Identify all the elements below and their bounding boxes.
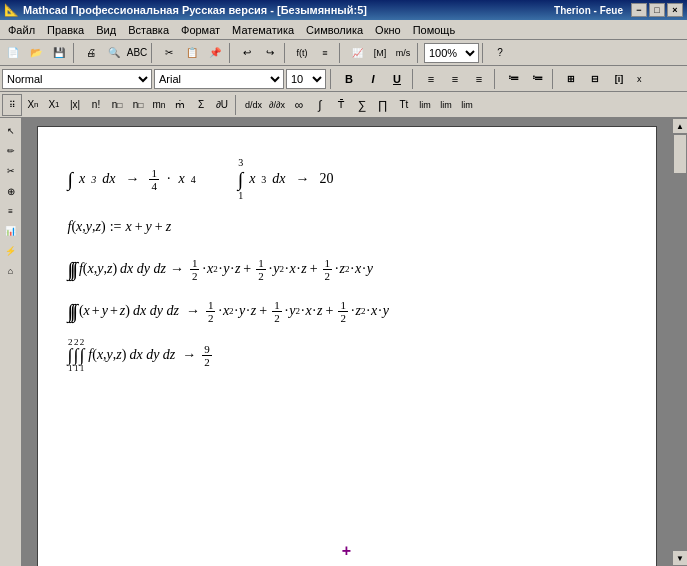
font-select[interactable]: Arial <box>154 69 284 89</box>
calc-button[interactable]: ≡ <box>314 42 336 64</box>
copy-button[interactable]: 📋 <box>181 42 203 64</box>
scroll-thumb[interactable] <box>673 134 687 174</box>
style-select[interactable]: Normal <box>2 69 152 89</box>
exp-2: 3 <box>261 174 266 185</box>
cut-button[interactable]: ✂ <box>158 42 180 64</box>
number-button[interactable]: ≔ <box>526 69 548 89</box>
bullet-button[interactable]: ≔ <box>502 69 524 89</box>
power-btn[interactable]: n□ <box>107 94 127 116</box>
partial-btn[interactable]: mn <box>149 94 169 116</box>
sidebar: ↖ ✏ ✂ ⊕ ≡ 📊 ⚡ ⌂ <box>0 118 22 566</box>
insert-matrix-button[interactable]: [i] <box>608 69 630 89</box>
menu-math[interactable]: Математика <box>226 22 300 38</box>
spell-button[interactable]: ABC <box>126 42 148 64</box>
deriv-btn[interactable]: d/dx <box>242 94 265 116</box>
lim3-btn[interactable]: lim <box>457 94 477 116</box>
scrollbar[interactable]: ▲ ▼ <box>671 118 687 566</box>
minimize-button[interactable]: − <box>631 3 647 17</box>
arrow-4: → <box>186 303 200 319</box>
print-preview-button[interactable]: 🔍 <box>103 42 125 64</box>
close-button[interactable]: × <box>667 3 683 17</box>
sidebar-pencil[interactable]: ✏ <box>2 142 20 160</box>
partial2-btn[interactable]: ∂/∂x <box>266 94 288 116</box>
dot-btn[interactable]: ṁ <box>170 94 190 116</box>
body-z: z <box>166 219 171 235</box>
scroll-track[interactable] <box>672 134 687 550</box>
lim-btn[interactable]: lim <box>415 94 435 116</box>
toolbar2-extra[interactable]: x <box>634 72 645 86</box>
scroll-up-button[interactable]: ▲ <box>672 118 687 134</box>
sum-y-2: y <box>102 303 108 319</box>
menu-window[interactable]: Окно <box>369 22 407 38</box>
italic-button[interactable]: I <box>362 69 384 89</box>
maximize-button[interactable]: □ <box>649 3 665 17</box>
sidebar-cut[interactable]: ✂ <box>2 162 20 180</box>
abs-btn[interactable]: |x| <box>65 94 85 116</box>
sum2-btn[interactable]: ∑ <box>352 94 372 116</box>
insert-table-button[interactable]: ⊞ <box>560 69 582 89</box>
bounds5-1: 2 ∫ 1 <box>68 337 73 373</box>
open-button[interactable]: 📂 <box>25 42 47 64</box>
scroll-down-button[interactable]: ▼ <box>672 550 687 566</box>
sidebar-arrow[interactable]: ↖ <box>2 122 20 140</box>
sep9 <box>412 69 416 89</box>
matrix-button[interactable]: [M] <box>369 42 391 64</box>
integrand-1: x <box>79 171 85 187</box>
toolbar3-grip[interactable]: ⠿ <box>2 94 22 116</box>
bold-button[interactable]: B <box>338 69 360 89</box>
sidebar-component[interactable]: ⚡ <box>2 242 20 260</box>
help-button[interactable]: ? <box>489 42 511 64</box>
resource-button[interactable]: f(t) <box>291 42 313 64</box>
sep4 <box>284 43 288 63</box>
infinity-btn[interactable]: ∞ <box>289 94 309 116</box>
align-right-button[interactable]: ≡ <box>468 69 490 89</box>
sidebar-circle[interactable]: ⊕ <box>2 182 20 200</box>
fontsize-select[interactable]: 10 <box>286 69 326 89</box>
sidebar-text[interactable]: ≡ <box>2 202 20 220</box>
formula-1[interactable]: ∫ x 3 dx → 1 4 · x 4 3 ∫ 1 <box>68 157 626 201</box>
sep3 <box>229 43 233 63</box>
insert-eq-button[interactable]: ⊟ <box>584 69 606 89</box>
body-x: x <box>125 219 131 235</box>
superscript-btn[interactable]: X1 <box>44 94 64 116</box>
sidebar-chart[interactable]: 📊 <box>2 222 20 240</box>
subscript2-btn[interactable]: n□ <box>128 94 148 116</box>
sidebar-home[interactable]: ⌂ <box>2 262 20 280</box>
unit-button[interactable]: m/s <box>392 42 414 64</box>
lim2-btn[interactable]: lim <box>436 94 456 116</box>
save-button[interactable]: 💾 <box>48 42 70 64</box>
paste-button[interactable]: 📌 <box>204 42 226 64</box>
subscript-btn[interactable]: Xn <box>23 94 43 116</box>
zoom-select[interactable]: 100% 75% 125% <box>424 43 479 63</box>
tbar-btn[interactable]: T̄ <box>331 94 351 116</box>
menu-insert[interactable]: Вставка <box>122 22 175 38</box>
underline-button[interactable]: U <box>386 69 408 89</box>
formula-2[interactable]: f ( x , y , z ) := x + y + z <box>68 211 626 243</box>
special-btn[interactable]: ∂U <box>212 94 232 116</box>
menu-edit[interactable]: Правка <box>41 22 90 38</box>
menu-format[interactable]: Формат <box>175 22 226 38</box>
align-left-button[interactable]: ≡ <box>420 69 442 89</box>
graph-button[interactable]: 📈 <box>346 42 368 64</box>
arrow-2: → <box>296 171 310 187</box>
T-btn[interactable]: Tt <box>394 94 414 116</box>
menu-help[interactable]: Помощь <box>407 22 462 38</box>
new-button[interactable]: 📄 <box>2 42 24 64</box>
formula-3[interactable]: ∫∫∫ f(x,y,z) dx dy dz → 1 2 ·x2 ·y ·z + … <box>68 253 626 285</box>
prod-btn[interactable]: ∏ <box>373 94 393 116</box>
print-button[interactable]: 🖨 <box>80 42 102 64</box>
align-center-button[interactable]: ≡ <box>444 69 466 89</box>
formula-4[interactable]: ∫∫∫ ( x + y + z ) dx dy dz → 1 2 ·x2 ·y … <box>68 295 626 327</box>
integral-btn[interactable]: ∫ <box>310 94 330 116</box>
undo-button[interactable]: ↩ <box>236 42 258 64</box>
formula-5[interactable]: 2 ∫ 1 2 ∫ 1 2 ∫ 1 f(x,y,z) dx dy dz → <box>68 337 626 373</box>
sum-btn[interactable]: Σ <box>191 94 211 116</box>
factorial-btn[interactable]: n! <box>86 94 106 116</box>
menu-symbolics[interactable]: Символика <box>300 22 369 38</box>
redo-button[interactable]: ↪ <box>259 42 281 64</box>
cursor-plus[interactable]: + <box>342 542 351 560</box>
menu-file[interactable]: Файл <box>2 22 41 38</box>
menu-view[interactable]: Вид <box>90 22 122 38</box>
sep2 <box>151 43 155 63</box>
doc-area[interactable]: ∫ x 3 dx → 1 4 · x 4 3 ∫ 1 <box>22 118 671 566</box>
